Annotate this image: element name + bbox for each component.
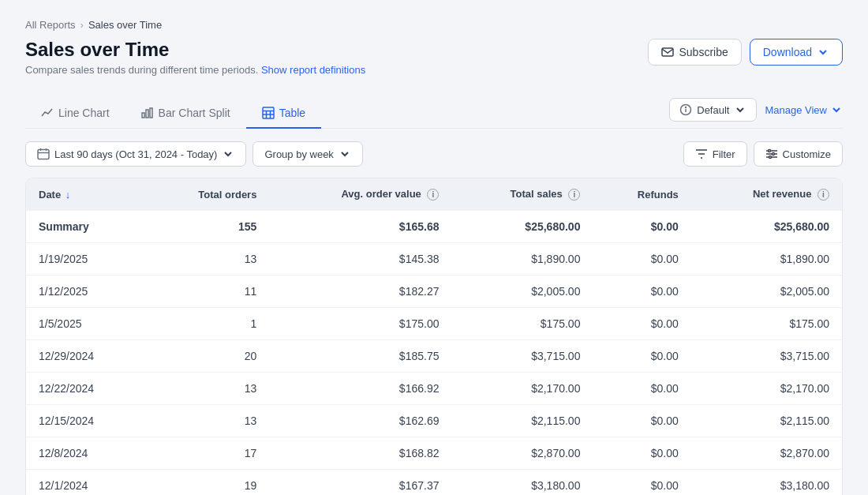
info-icon [679,103,692,116]
svg-rect-12 [38,150,49,159]
svg-rect-3 [150,108,152,118]
header-actions: Subscribe Download [648,39,843,66]
table-row: 12/8/202417$168.82$2,870.00$0.00$2,870.0… [26,437,842,470]
table-row: 1/19/202513$145.38$1,890.00$0.00$1,890.0… [26,243,842,276]
cell-total_orders: 1 [145,308,269,340]
filter-button[interactable]: Filter [683,141,747,167]
svg-rect-1 [142,113,144,118]
chevron-down-icon [817,46,829,58]
data-table: Date ↓ Total orders Avg. order value i T… [25,178,843,495]
cell-date: Summary [26,211,145,243]
cell-total_orders: 13 [145,243,269,276]
cell-date: 12/15/2024 [26,405,145,437]
subscribe-button[interactable]: Subscribe [648,39,741,66]
table-row: 12/15/202413$162.69$2,115.00$0.00$2,115.… [26,405,842,437]
cell-refunds: $0.00 [593,470,690,495]
cell-total_orders: 13 [145,405,269,437]
cell-net_revenue: $1,890.00 [691,243,842,276]
view-selector[interactable]: Default [669,98,757,122]
sort-icon: ↓ [65,189,71,201]
cell-total_sales: $2,005.00 [451,276,593,308]
cell-net_revenue: $25,680.00 [691,211,842,243]
tabs-row: Line Chart Bar Chart Split [25,98,843,129]
cell-net_revenue: $175.00 [691,308,842,340]
cell-refunds: $0.00 [593,340,690,373]
line-chart-icon [41,107,54,119]
cell-date: 12/8/2024 [26,437,145,470]
chevron-down-icon [339,148,351,160]
cell-total_sales: $3,180.00 [451,470,593,495]
cell-date: 12/1/2024 [26,470,145,495]
subtitle-text: Compare sales trends during different ti… [25,64,258,76]
cell-date: 12/22/2024 [26,373,145,405]
page-title: Sales over Time [25,39,365,61]
cell-total_orders: 19 [145,470,269,495]
svg-rect-0 [662,48,673,56]
filter-row: Last 90 days (Oct 31, 2024 - Today) Grou… [25,141,843,167]
svg-point-20 [772,153,774,156]
col-header-date[interactable]: Date ↓ [26,178,145,211]
cell-net_revenue: $3,180.00 [691,470,842,495]
cell-avg_order_value: $167.37 [269,470,451,495]
svg-rect-2 [146,110,148,118]
cell-avg_order_value: $165.68 [269,211,451,243]
tab-line-chart[interactable]: Line Chart [25,99,125,129]
cell-avg_order_value: $162.69 [269,405,451,437]
cell-refunds: $0.00 [593,211,690,243]
cell-total_sales: $2,870.00 [451,437,593,470]
table-row: 1/12/202511$182.27$2,005.00$0.00$2,005.0… [26,276,842,308]
table-row: 12/29/202420$185.75$3,715.00$0.00$3,715.… [26,340,842,373]
table-header-row: Date ↓ Total orders Avg. order value i T… [26,178,842,211]
cell-total_orders: 20 [145,340,269,373]
table-icon [262,107,275,119]
tab-table[interactable]: Table [246,99,321,129]
cell-total_sales: $2,170.00 [451,373,593,405]
breadcrumb: All Reports › Sales over Time [25,19,843,31]
table-row: Summary155$165.68$25,680.00$0.00$25,680.… [26,211,842,243]
total-sales-info-icon[interactable]: i [568,189,580,201]
cell-total_orders: 155 [145,211,269,243]
cell-net_revenue: $2,870.00 [691,437,842,470]
tabs-left: Line Chart Bar Chart Split [25,99,321,128]
date-range-filter[interactable]: Last 90 days (Oct 31, 2024 - Today) [25,141,246,167]
page: All Reports › Sales over Time Sales over… [0,0,868,495]
download-button[interactable]: Download [750,39,843,66]
cell-refunds: $0.00 [593,308,690,340]
cell-total_orders: 17 [145,437,269,470]
cell-date: 1/19/2025 [26,243,145,276]
customize-button[interactable]: Customize [754,141,843,167]
report-definitions-link[interactable]: Show report definitions [261,64,365,76]
cell-avg_order_value: $175.00 [269,308,451,340]
page-subtitle: Compare sales trends during different ti… [25,64,365,76]
group-by-filter[interactable]: Group by week [253,141,362,167]
calendar-icon [37,148,50,160]
cell-net_revenue: $2,115.00 [691,405,842,437]
cell-refunds: $0.00 [593,373,690,405]
avg-order-value-info-icon[interactable]: i [427,189,439,201]
header-row: Sales over Time Compare sales trends dur… [25,39,843,76]
cell-total_orders: 11 [145,276,269,308]
cell-net_revenue: $2,170.00 [691,373,842,405]
cell-avg_order_value: $145.38 [269,243,451,276]
cell-net_revenue: $3,715.00 [691,340,842,373]
cell-total_sales: $3,715.00 [451,340,593,373]
cell-avg_order_value: $182.27 [269,276,451,308]
table-row: 12/22/202413$166.92$2,170.00$0.00$2,170.… [26,373,842,405]
customize-icon [765,148,778,160]
bar-chart-split-icon [141,107,154,119]
cell-date: 12/29/2024 [26,340,145,373]
net-revenue-info-icon[interactable]: i [817,189,829,201]
manage-view-button[interactable]: Manage View [765,103,843,116]
svg-point-11 [686,107,687,108]
chevron-down-icon [734,103,746,116]
cell-avg_order_value: $168.82 [269,437,451,470]
cell-net_revenue: $2,005.00 [691,276,842,308]
tab-bar-chart-split[interactable]: Bar Chart Split [125,99,246,129]
col-header-avg-order-value: Avg. order value i [269,178,451,211]
breadcrumb-current: Sales over Time [88,19,162,31]
filter-right: Filter Customize [683,141,843,167]
cell-date: 1/5/2025 [26,308,145,340]
cell-avg_order_value: $166.92 [269,373,451,405]
breadcrumb-parent[interactable]: All Reports [25,19,76,31]
breadcrumb-separator: › [80,19,84,31]
